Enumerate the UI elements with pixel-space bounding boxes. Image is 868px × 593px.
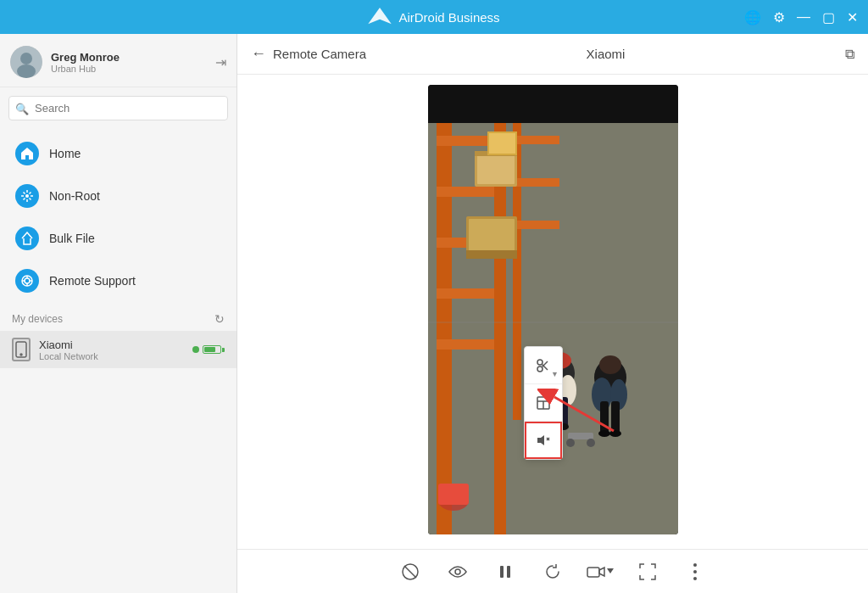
svg-rect-25 bbox=[513, 221, 559, 229]
sidebar-user: Greg Monroe Urban Hub ⇥ bbox=[0, 34, 236, 87]
bottom-controls bbox=[237, 549, 868, 593]
svg-rect-47 bbox=[611, 401, 620, 434]
svg-point-57 bbox=[537, 366, 542, 372]
home-icon bbox=[15, 142, 39, 165]
title-bar-controls: 🌐 ⚙ — ▢ ✕ bbox=[500, 9, 858, 25]
pause-button[interactable] bbox=[490, 557, 520, 587]
user-name: Greg Monroe bbox=[51, 51, 207, 64]
svg-rect-50 bbox=[568, 433, 593, 439]
content-area: ← Remote Camera Xiaomi ⧉ bbox=[237, 34, 868, 593]
svg-point-51 bbox=[566, 439, 575, 447]
svg-marker-63 bbox=[537, 435, 544, 445]
search-icon: 🔍 bbox=[15, 102, 29, 115]
svg-point-70 bbox=[455, 569, 460, 574]
title-bar-center: AirDroid Business bbox=[368, 8, 499, 26]
close-icon[interactable]: ✕ bbox=[847, 9, 858, 25]
sidebar-item-nonroot[interactable]: Non-Root bbox=[0, 175, 236, 217]
svg-rect-24 bbox=[513, 178, 559, 187]
svg-rect-33 bbox=[466, 250, 517, 259]
svg-marker-75 bbox=[607, 568, 614, 573]
remotesupport-icon bbox=[15, 269, 39, 293]
back-button[interactable]: ← bbox=[251, 45, 266, 63]
camera-button[interactable] bbox=[585, 557, 615, 587]
devices-label: My devices bbox=[12, 313, 63, 325]
svg-point-48 bbox=[598, 430, 610, 437]
search-container: 🔍 bbox=[8, 96, 228, 120]
popup-icon[interactable]: ⧉ bbox=[845, 47, 854, 62]
more-button[interactable] bbox=[680, 557, 710, 587]
avatar-image bbox=[10, 46, 42, 78]
svg-rect-72 bbox=[507, 566, 510, 578]
svg-point-52 bbox=[587, 439, 595, 447]
eye-button[interactable] bbox=[442, 557, 473, 587]
nonroot-icon bbox=[15, 184, 39, 208]
gear-icon[interactable]: ⚙ bbox=[773, 9, 785, 25]
svg-point-78 bbox=[693, 577, 697, 580]
volume-button[interactable] bbox=[525, 422, 562, 459]
device-item-xiaomi[interactable]: Xiaomi Local Network bbox=[0, 331, 236, 368]
app-title: AirDroid Business bbox=[398, 10, 499, 25]
svg-rect-55 bbox=[438, 484, 469, 505]
fullscreen-button[interactable] bbox=[632, 557, 663, 587]
globe-icon[interactable]: 🌐 bbox=[744, 9, 761, 25]
svg-rect-73 bbox=[587, 568, 599, 577]
svg-marker-0 bbox=[369, 8, 392, 24]
svg-rect-71 bbox=[500, 566, 504, 578]
airdroid-logo bbox=[368, 8, 392, 26]
svg-rect-27 bbox=[477, 155, 515, 184]
svg-rect-13 bbox=[428, 85, 678, 123]
device-info: Xiaomi Local Network bbox=[39, 338, 184, 361]
svg-point-3 bbox=[17, 64, 36, 78]
maximize-icon[interactable]: ▢ bbox=[822, 9, 835, 25]
svg-point-76 bbox=[693, 563, 697, 567]
sidebar-item-label-home: Home bbox=[49, 147, 81, 160]
title-bar: AirDroid Business 🌐 ⚙ — ▢ ✕ bbox=[0, 0, 868, 34]
refresh-button[interactable] bbox=[537, 557, 568, 587]
page-title: Remote Camera bbox=[273, 47, 366, 61]
scissors-button[interactable]: ▼ bbox=[525, 347, 562, 384]
svg-point-12 bbox=[20, 354, 22, 355]
device-name: Xiaomi bbox=[39, 338, 184, 351]
svg-point-4 bbox=[25, 194, 29, 198]
search-input[interactable] bbox=[8, 96, 228, 120]
main-layout: Greg Monroe Urban Hub ⇥ 🔍 Home Non-Roo bbox=[0, 34, 868, 593]
sidebar-item-label-nonroot: Non-Root bbox=[49, 189, 100, 203]
content-header: ← Remote Camera Xiaomi ⧉ bbox=[237, 34, 868, 75]
svg-rect-23 bbox=[513, 136, 559, 144]
svg-point-6 bbox=[25, 278, 30, 283]
sidebar-item-bulkfile[interactable]: Bulk File bbox=[0, 217, 236, 260]
svg-point-2 bbox=[20, 53, 32, 64]
svg-point-49 bbox=[609, 430, 621, 437]
sidebar-nav: Home Non-Root Bulk File Remote Support bbox=[0, 129, 236, 305]
layout-button[interactable] bbox=[525, 384, 562, 422]
device-status bbox=[192, 345, 225, 354]
sidebar: Greg Monroe Urban Hub ⇥ 🔍 Home Non-Roo bbox=[0, 34, 237, 593]
warehouse-view bbox=[428, 85, 678, 534]
bulkfile-icon bbox=[15, 227, 39, 250]
device-network: Local Network bbox=[39, 351, 184, 361]
floating-toolbar: ▼ bbox=[524, 346, 563, 460]
logout-icon[interactable]: ⇥ bbox=[215, 54, 226, 70]
device-name-header: Xiaomi bbox=[366, 47, 845, 61]
svg-marker-74 bbox=[599, 568, 604, 576]
sidebar-item-home[interactable]: Home bbox=[0, 132, 236, 175]
svg-rect-30 bbox=[489, 133, 515, 154]
svg-line-69 bbox=[404, 566, 416, 578]
user-org: Urban Hub bbox=[51, 64, 207, 74]
minimize-icon[interactable]: — bbox=[797, 9, 810, 25]
battery-icon bbox=[203, 345, 225, 354]
camera-feed bbox=[428, 85, 678, 534]
refresh-devices-icon[interactable]: ↻ bbox=[214, 312, 225, 326]
camera-container: ▼ bbox=[237, 75, 868, 549]
svg-rect-46 bbox=[600, 401, 609, 434]
svg-point-43 bbox=[599, 355, 621, 374]
svg-point-77 bbox=[693, 570, 697, 573]
user-info: Greg Monroe Urban Hub bbox=[51, 51, 207, 74]
sidebar-item-label-remotesupport: Remote Support bbox=[49, 274, 136, 288]
no-touch-button[interactable] bbox=[395, 557, 426, 587]
device-phone-icon bbox=[12, 338, 31, 361]
devices-header: My devices ↻ bbox=[0, 305, 236, 331]
status-dot bbox=[192, 346, 199, 353]
sidebar-item-remotesupport[interactable]: Remote Support bbox=[0, 260, 236, 302]
scissors-dropdown: ▼ bbox=[551, 370, 559, 378]
